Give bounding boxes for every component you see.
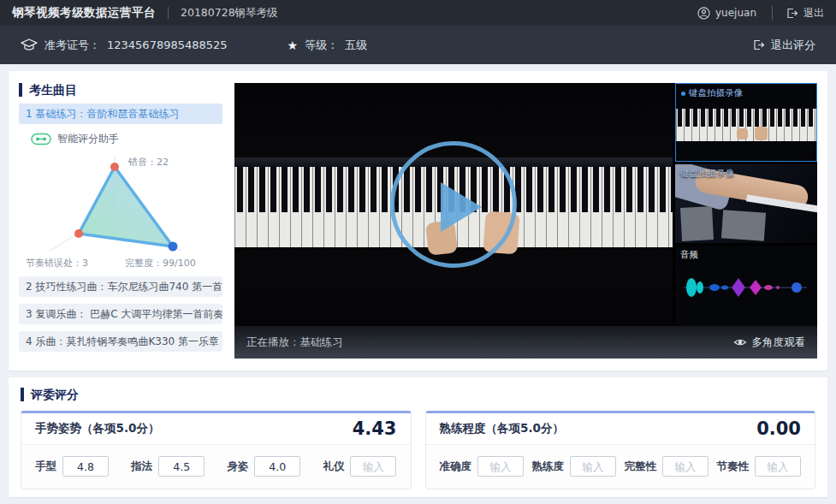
field-rhythm: 节奏性: [717, 456, 802, 477]
radar-label-wrong-notes: 错音：22: [127, 157, 169, 168]
song-item-1[interactable]: 1 基础练习：音阶和琶音基础练习: [19, 104, 222, 124]
multi-angle-label: 多角度观看: [752, 335, 806, 350]
field-proficiency: 熟练度: [532, 456, 617, 477]
radar-label-rhythm-errors: 节奏错误处：3: [26, 258, 88, 269]
radar-label-completeness: 完整度：99/100: [125, 258, 196, 269]
hand-shape-label: 手型: [35, 460, 56, 474]
accuracy-label: 准确度: [440, 460, 472, 474]
thumbnail-2-label: 键盘拍摄录像: [680, 168, 734, 180]
level-block: ★ 等级： 五级: [288, 38, 368, 53]
rhythm-label: 节奏性: [717, 460, 750, 474]
eye-icon: [733, 337, 747, 347]
proficiency-card: 熟练程度（各项5.0分） 0.00 准确度 熟练度 完整性: [425, 411, 816, 489]
field-accuracy: 准确度: [440, 456, 525, 477]
exam-info-bar: 准考证号： 12345678985488525 ★ 等级： 五级 退出评分: [0, 26, 836, 64]
thumbnail-keyboard-side[interactable]: 键盘拍摄录像: [675, 164, 817, 243]
song-item-3[interactable]: 3 复调乐曲： 巴赫C 大调平均律第一首前奏曲: [19, 304, 222, 324]
etiquette-input[interactable]: [350, 456, 396, 477]
assistant-label: 智能评分助手: [57, 132, 119, 146]
fingering-input[interactable]: [158, 456, 205, 477]
smart-score-assistant: 智能评分助手: [31, 132, 222, 146]
radar-chart: 错音：22 节奏错误处：3 完整度：99/100: [22, 148, 222, 270]
field-posture: 身姿: [227, 456, 300, 477]
active-dot-icon: [681, 92, 685, 96]
rhythm-input[interactable]: [755, 456, 801, 477]
accuracy-input[interactable]: [477, 456, 524, 477]
exit-icon: [753, 39, 765, 50]
title-divider: [168, 7, 169, 19]
radar-polygon: [79, 167, 173, 246]
assistant-link-icon: [31, 133, 51, 145]
scoring-section-title: 评委评分: [21, 388, 815, 401]
field-etiquette: 礼仪: [323, 456, 396, 477]
radar-point-rhythm-errors: [74, 229, 83, 238]
posture-input[interactable]: [254, 456, 300, 477]
logout-label: 退出: [803, 6, 824, 21]
radar-point-wrong-notes: [110, 163, 119, 171]
proficiency-input[interactable]: [570, 456, 616, 477]
completeness-input[interactable]: [662, 456, 709, 477]
side-view-block: [680, 206, 713, 240]
logout-button[interactable]: 退出: [772, 6, 824, 21]
playlist-sidebar: 考生曲目 1 基础练习：音阶和琶音基础练习 智能评分助手: [19, 83, 222, 359]
song-item-4[interactable]: 4 乐曲：莫扎特钢琴奏鸣曲K330 第一乐章: [19, 331, 222, 352]
video-control-bar: 正在播放：基础练习 多角度观看: [234, 326, 817, 359]
mini-black-keys: [676, 109, 816, 127]
angle-thumbnails: 键盘拍摄录像: [675, 83, 817, 326]
username: yuejuan: [715, 7, 756, 19]
exam-id-value: 12345678985488525: [107, 39, 228, 51]
video-player: 键盘拍摄录像: [234, 83, 817, 359]
multi-angle-button[interactable]: 多角度观看: [733, 335, 806, 350]
audio-waveform: [680, 269, 810, 306]
audio-label: 音频: [680, 249, 698, 261]
gesture-card-title: 手势姿势（各项5.0分）: [35, 421, 159, 436]
session-title: 20180728钢琴考级: [181, 6, 278, 21]
scoring-panel: 评委评分 手势姿势（各项5.0分） 4.43 手型 指法: [9, 377, 827, 497]
thumbnail-audio[interactable]: 音频: [675, 246, 817, 326]
proficiency-label: 熟练度: [532, 460, 565, 474]
field-fingering: 指法: [131, 456, 205, 477]
mini-hand-right: [755, 127, 768, 140]
proficiency-card-total: 0.00: [756, 418, 801, 439]
play-button[interactable]: [390, 141, 517, 268]
now-playing-text: 正在播放：基础练习: [246, 335, 343, 350]
radar-point-completeness: [169, 242, 178, 252]
thumbnail-keyboard-front[interactable]: 键盘拍摄录像: [675, 83, 817, 162]
field-hand-shape: 手型: [35, 456, 109, 477]
exit-scoring-label: 退出评分: [771, 38, 815, 53]
thumbnail-1-label: 键盘拍摄录像: [689, 87, 743, 99]
level-label: 等级：: [305, 38, 338, 53]
play-icon: [441, 182, 482, 232]
thumbnail-1-label-row: 键盘拍摄录像: [681, 87, 743, 99]
level-value: 五级: [345, 38, 367, 53]
logout-icon: [786, 8, 798, 19]
song-item-2[interactable]: 2 技巧性练习曲：车尔尼练习曲740 第一首: [19, 276, 222, 297]
star-icon: ★: [288, 39, 299, 52]
side-view-block: [721, 210, 766, 242]
completeness-label: 完整性: [625, 460, 657, 474]
field-completeness: 完整性: [625, 456, 709, 477]
exam-id-block: 准考证号： 12345678985488525: [21, 38, 228, 53]
mini-hand-left: [737, 128, 748, 139]
gesture-posture-card: 手势姿势（各项5.0分） 4.43 手型 指法 身姿: [21, 411, 412, 489]
proficiency-card-title: 熟练程度（各项5.0分）: [440, 421, 564, 436]
user-menu[interactable]: yuejuan: [697, 7, 756, 20]
app-title: 钢琴视频考级数据运营平台: [12, 5, 156, 21]
etiquette-label: 礼仪: [323, 460, 344, 474]
fingering-label: 指法: [131, 460, 152, 474]
exit-scoring-button[interactable]: 退出评分: [753, 38, 815, 53]
gesture-card-total: 4.43: [353, 418, 397, 439]
graduation-cap-icon: [21, 39, 38, 52]
exam-id-label: 准考证号：: [44, 38, 100, 53]
top-bar: 钢琴视频考级数据运营平台 20180728钢琴考级 yuejuan 退出: [0, 0, 836, 26]
main-video-stage[interactable]: [234, 83, 673, 326]
posture-label: 身姿: [227, 460, 248, 474]
hand-shape-input[interactable]: [62, 456, 109, 477]
playlist-section-title: 考生曲目: [19, 83, 222, 97]
user-icon: [697, 7, 710, 20]
exam-panel: 考生曲目 1 基础练习：音阶和琶音基础练习 智能评分助手: [9, 71, 827, 371]
